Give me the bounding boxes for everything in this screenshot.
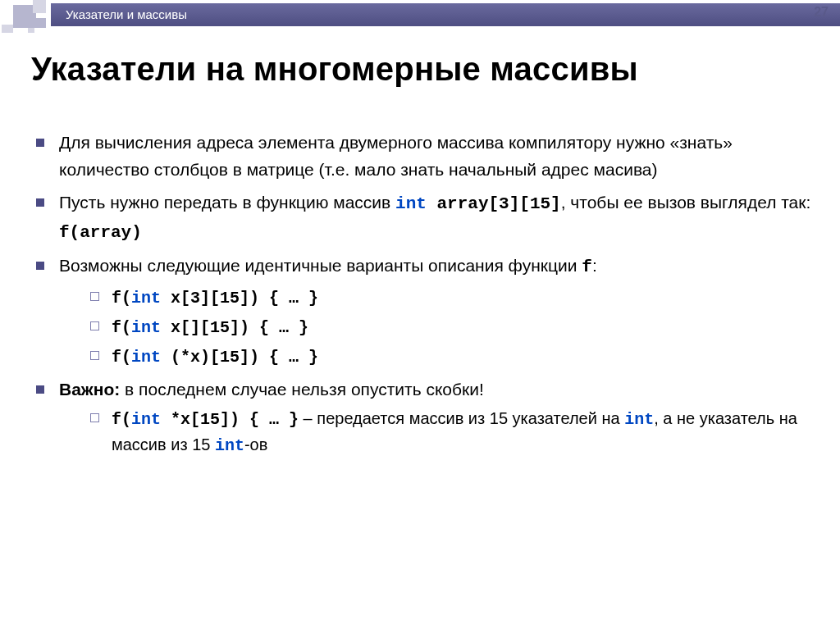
- sub-bullet-list: f(int *x[15]) { … } – передается массив …: [59, 406, 815, 458]
- slide-title: Указатели на многомерные массивы: [31, 51, 638, 88]
- deco-square: [2, 25, 13, 33]
- code-text: array[3][15]: [427, 194, 561, 213]
- corner-decoration: [0, 0, 57, 33]
- code-text: x[][15]) { … }: [161, 318, 308, 337]
- deco-square: [36, 18, 46, 28]
- text-run: в последнем случае нельзя опустить скобк…: [120, 380, 484, 399]
- bullet-text: Пусть нужно передать в функцию массив in…: [59, 189, 815, 246]
- text-run: Пусть нужно передать в функцию массив: [59, 193, 395, 212]
- code-text: f(: [112, 318, 131, 337]
- code-text: int: [131, 348, 161, 367]
- sub-bullet-item: f(int x[3][15]) { … }: [59, 285, 815, 311]
- text-run: -ов: [244, 435, 267, 454]
- text-run: :: [592, 256, 597, 275]
- text-run: Для вычисления адреса элемента двумерног…: [59, 133, 733, 179]
- bullet-list: Для вычисления адреса элемента двумерног…: [31, 130, 815, 458]
- code-text: int: [131, 289, 161, 308]
- bullet-item: Возможны следующие идентичные варианты о…: [31, 253, 815, 370]
- sub-bullet-item: f(int (*x)[15]) { … }: [59, 344, 815, 370]
- code-text: int: [131, 318, 161, 337]
- sub-bullet-item: f(int x[][15]) { … }: [59, 314, 815, 340]
- code-text: f: [582, 258, 592, 276]
- sub-bullet-list: f(int x[3][15]) { … }f(int x[][15]) { … …: [59, 285, 815, 370]
- slide: Указатели и массивы 27 Указатели на мног…: [0, 0, 840, 629]
- section-title: Указатели и массивы: [66, 7, 187, 21]
- text-run: Возможны следующие идентичные варианты о…: [59, 256, 582, 275]
- slide-body: Для вычисления адреса элемента двумерног…: [31, 130, 815, 465]
- code-text: f(: [112, 410, 131, 429]
- code-text: x[3][15]) { … }: [161, 289, 318, 308]
- code-text: f(: [112, 289, 131, 308]
- code-text: int: [131, 410, 161, 429]
- code-text: int: [395, 194, 427, 213]
- deco-square: [28, 28, 34, 33]
- code-text: f(array): [59, 223, 142, 242]
- bullet-item: Пусть нужно передать в функцию массив in…: [31, 189, 815, 246]
- bullet-item: Важно: в последнем случае нельзя опустит…: [31, 376, 815, 459]
- code-text: int: [624, 410, 654, 429]
- bullet-text: Возможны следующие идентичные варианты о…: [59, 253, 815, 281]
- code-text: *x[15]) { … }: [161, 410, 299, 429]
- code-text: f(: [112, 348, 131, 367]
- code-text: int: [215, 436, 244, 455]
- code-text: (*x)[15]) { … }: [161, 348, 318, 367]
- page-number: 27: [814, 5, 829, 20]
- bullet-text: Для вычисления адреса элемента двумерног…: [59, 130, 815, 183]
- bullet-item: Для вычисления адреса элемента двумерног…: [31, 130, 815, 183]
- deco-square: [33, 0, 46, 13]
- text-run: , чтобы ее вызов выглядел так:: [561, 193, 811, 212]
- bullet-text: Важно: в последнем случае нельзя опустит…: [59, 376, 815, 403]
- section-header: Указатели и массивы: [51, 3, 840, 26]
- sub-bullet-item: f(int *x[15]) { … } – передается массив …: [59, 406, 815, 458]
- text-run: Важно:: [59, 380, 120, 399]
- text-run: – передается массив из 15 указателей на: [299, 409, 624, 427]
